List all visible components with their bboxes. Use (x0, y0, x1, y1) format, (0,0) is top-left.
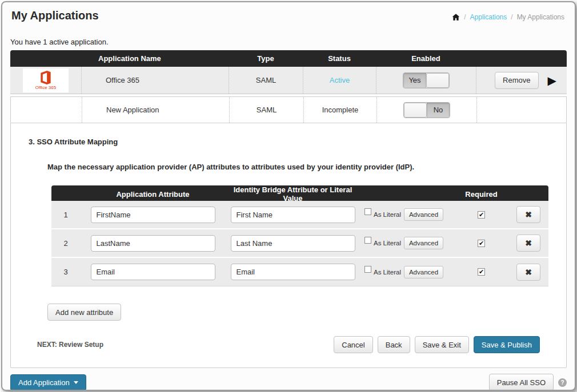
row-index: 2 (51, 239, 80, 248)
page-footer: Add Application Pause All SSO ? (2, 368, 575, 391)
toggle-label: Yes (403, 73, 426, 88)
page-header: My Applications / Applications / My Appl… (2, 2, 575, 22)
attribute-mapping-table: Application Attribute Identity Bridge At… (51, 185, 548, 286)
application-type: SAML (229, 97, 303, 123)
advanced-button[interactable]: Advanced (404, 266, 443, 278)
application-status: Incomplete (303, 97, 376, 123)
app-window: My Applications / Applications / My Appl… (1, 1, 576, 391)
back-button[interactable]: Back (378, 336, 410, 353)
breadcrumb-current: My Applications (517, 13, 564, 21)
remove-button[interactable]: Remove (495, 72, 538, 89)
breadcrumb: / Applications / My Applications (452, 13, 564, 21)
identity-bridge-attribute-input[interactable] (231, 207, 355, 223)
office-365-caption: Office 365 (35, 86, 56, 90)
application-attribute-input[interactable] (91, 235, 215, 252)
column-application-attribute: Application Attribute (80, 190, 226, 199)
as-literal-checkbox[interactable] (364, 237, 371, 244)
row-index: 1 (51, 211, 80, 219)
as-literal-checkbox[interactable] (364, 266, 371, 273)
as-literal-label: As Literal (374, 211, 401, 218)
help-icon[interactable]: ? (558, 378, 567, 387)
column-required: Required (454, 190, 508, 199)
applications-table: Application Name Type Status Enabled Off… (10, 50, 567, 123)
advanced-button[interactable]: Advanced (404, 237, 443, 249)
identity-bridge-attribute-input[interactable] (231, 264, 355, 280)
add-new-attribute-button[interactable]: Add new attribute (47, 304, 121, 321)
application-name: Office 365 (81, 67, 229, 94)
required-checkbox[interactable] (478, 240, 485, 247)
required-checkbox[interactable] (478, 268, 485, 276)
application-row-new-application: New Application SAML Incomplete No (10, 96, 567, 123)
column-identity-bridge-attribute: Identity Bridge Attribute or Literal Val… (226, 185, 360, 203)
required-checkbox[interactable] (478, 211, 485, 219)
add-application-button[interactable]: Add Application (10, 374, 86, 391)
advanced-button[interactable]: Advanced (404, 208, 443, 221)
as-literal-label: As Literal (374, 240, 401, 246)
remove-attribute-button[interactable]: ✖ (516, 264, 540, 281)
page-title: My Applications (11, 9, 99, 22)
attribute-row: 1 As Literal Advanced ✖ (51, 201, 548, 229)
active-application-count: You have 1 active application. (10, 38, 575, 46)
application-name: New Application (82, 97, 229, 123)
office-365-logo: Office 365 (23, 68, 69, 92)
identity-bridge-attribute-input[interactable] (231, 235, 355, 252)
column-type: Type (229, 54, 303, 63)
next-step-label: NEXT: Review Setup (37, 341, 103, 349)
breadcrumb-separator: / (464, 13, 466, 21)
attribute-table-header: Application Attribute Identity Bridge At… (51, 185, 548, 201)
save-publish-button[interactable]: Save & Publish (474, 336, 540, 353)
caret-down-icon (74, 381, 78, 384)
pause-all-sso-button[interactable]: Pause All SSO (489, 374, 554, 391)
application-row-office365: Office 365 Office 365 SAML Active Yes Re… (10, 67, 567, 94)
add-application-label: Add Application (18, 378, 70, 387)
application-attribute-input[interactable] (91, 264, 215, 280)
toggle-knob (404, 103, 427, 118)
toggle-knob (426, 73, 449, 88)
as-literal-label: As Literal (374, 269, 401, 276)
enabled-toggle[interactable]: Yes (403, 72, 450, 88)
as-literal-checkbox[interactable] (364, 208, 371, 215)
breadcrumb-separator: / (511, 13, 512, 21)
column-status: Status (303, 54, 376, 63)
attribute-row: 2 As Literal Advanced ✖ (51, 229, 548, 258)
panel-footer: NEXT: Review Setup Cancel Back Save & Ex… (37, 336, 540, 353)
expand-arrow-icon[interactable]: ▶ (548, 75, 556, 86)
applications-table-header: Application Name Type Status Enabled (10, 50, 567, 67)
sso-attribute-mapping-panel: 3. SSO Attribute Mapping Map the necessa… (10, 123, 567, 368)
column-application-name: Application Name (81, 54, 229, 63)
remove-attribute-button[interactable]: ✖ (516, 206, 540, 223)
application-type: SAML (229, 67, 303, 94)
section-heading: 3. SSO Attribute Mapping (29, 138, 566, 146)
cancel-button[interactable]: Cancel (334, 336, 372, 353)
column-enabled: Enabled (376, 54, 476, 63)
application-status: Active (303, 67, 376, 94)
toggle-label: No (427, 103, 450, 118)
row-index: 3 (51, 268, 80, 276)
breadcrumb-link-applications[interactable]: Applications (470, 13, 507, 21)
mapping-instruction: Map the necessary application provider (… (47, 163, 566, 171)
enabled-toggle[interactable]: No (403, 102, 450, 118)
home-icon[interactable] (452, 13, 460, 21)
remove-attribute-button[interactable]: ✖ (516, 235, 540, 252)
attribute-row: 3 As Literal Advanced ✖ (51, 258, 548, 286)
save-exit-button[interactable]: Save & Exit (415, 336, 469, 353)
application-attribute-input[interactable] (91, 207, 215, 223)
